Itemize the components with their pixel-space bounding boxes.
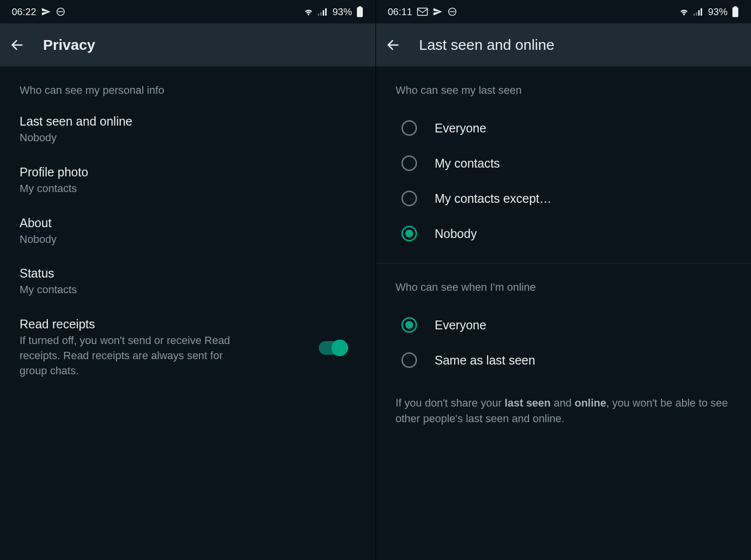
radio-label: Nobody	[435, 227, 477, 241]
pref-title: Last seen and online	[20, 114, 356, 129]
radio-label: Everyone	[435, 318, 486, 332]
dnd-icon	[56, 7, 66, 17]
pref-about[interactable]: About Nobody	[0, 207, 376, 258]
radio-icon	[401, 155, 417, 171]
pref-sub: My contacts	[20, 181, 235, 196]
svg-rect-12	[693, 14, 695, 16]
svg-rect-16	[734, 6, 737, 7]
radio-label: My contacts	[435, 156, 500, 171]
section-header-personal-info: Who can see my personal info	[0, 66, 376, 106]
mail-icon	[417, 7, 428, 16]
battery-icon	[356, 6, 364, 17]
online-radio-group: Everyone Same as last seen	[376, 302, 751, 384]
signal-icon	[693, 7, 704, 16]
battery-percent: 93%	[332, 6, 352, 18]
pref-last-seen[interactable]: Last seen and online Nobody	[0, 106, 376, 156]
toggle-thumb	[331, 340, 348, 356]
page-title: Last seen and online	[419, 37, 554, 53]
svg-rect-13	[696, 12, 697, 16]
status-bar: 06:11 93%	[376, 0, 751, 23]
pref-title: About	[20, 216, 356, 230]
send-icon	[41, 7, 51, 17]
signal-icon	[318, 7, 329, 16]
radio-icon	[401, 120, 417, 136]
radio-icon	[401, 317, 417, 333]
radio-my-contacts-except[interactable]: My contacts except…	[376, 181, 751, 216]
privacy-screen: 06:22 93% Privacy Who can see my persona…	[0, 0, 376, 560]
page-title: Privacy	[43, 37, 95, 53]
radio-label: Everyone	[435, 121, 486, 135]
dnd-icon	[447, 7, 457, 17]
section-header-online: Who can see when I'm online	[376, 263, 751, 302]
svg-rect-3	[320, 12, 322, 16]
wifi-icon	[303, 7, 314, 16]
status-time: 06:22	[12, 6, 36, 18]
send-icon	[433, 7, 442, 17]
pref-title: Profile photo	[20, 165, 356, 179]
svg-rect-7	[357, 7, 363, 17]
radio-online-same-as[interactable]: Same as last seen	[376, 343, 751, 378]
app-bar: Last seen and online	[376, 23, 751, 66]
pref-read-receipts[interactable]: Read receipts If turned off, you won't s…	[0, 308, 376, 389]
pref-sub: Nobody	[20, 232, 235, 247]
section-header-last-seen: Who can see my last seen	[376, 66, 751, 106]
svg-rect-15	[701, 8, 702, 16]
radio-label: Same as last seen	[435, 353, 535, 367]
status-time: 06:11	[388, 6, 412, 18]
radio-icon	[401, 191, 417, 206]
svg-rect-14	[698, 10, 700, 16]
svg-rect-5	[325, 8, 327, 16]
battery-percent: 93%	[708, 6, 728, 18]
last-seen-content: Who can see my last seen Everyone My con…	[376, 66, 751, 560]
battery-icon	[731, 6, 739, 17]
radio-my-contacts[interactable]: My contacts	[376, 146, 751, 181]
back-button[interactable]	[386, 38, 400, 52]
back-button[interactable]	[10, 38, 24, 52]
pref-profile-photo[interactable]: Profile photo My contacts	[0, 156, 376, 207]
wifi-icon	[679, 7, 689, 16]
last-seen-radio-group: Everyone My contacts My contacts except……	[376, 106, 751, 257]
pref-title: Read receipts	[20, 317, 319, 331]
radio-icon	[401, 226, 417, 241]
footnote: If you don't share your last seen and on…	[376, 384, 751, 427]
svg-rect-4	[323, 10, 324, 16]
radio-online-everyone[interactable]: Everyone	[376, 307, 751, 343]
pref-sub: If turned off, you won't send or receive…	[20, 333, 235, 378]
last-seen-screen: 06:11 93% Last seen and online Who can s…	[376, 0, 751, 560]
svg-rect-9	[418, 8, 427, 16]
svg-rect-6	[358, 6, 361, 7]
pref-status[interactable]: Status My contacts	[0, 258, 376, 308]
status-bar: 06:22 93%	[0, 0, 376, 23]
pref-title: Status	[20, 266, 356, 280]
radio-nobody[interactable]: Nobody	[376, 216, 751, 251]
radio-everyone[interactable]: Everyone	[376, 110, 751, 146]
app-bar: Privacy	[0, 23, 376, 66]
pref-sub: Nobody	[20, 130, 235, 146]
svg-rect-17	[732, 7, 738, 17]
read-receipts-toggle[interactable]	[319, 341, 346, 355]
radio-label: My contacts except…	[435, 192, 552, 206]
radio-icon	[401, 352, 417, 368]
svg-rect-2	[318, 14, 319, 16]
pref-sub: My contacts	[20, 282, 235, 298]
privacy-content: Who can see my personal info Last seen a…	[0, 66, 376, 560]
